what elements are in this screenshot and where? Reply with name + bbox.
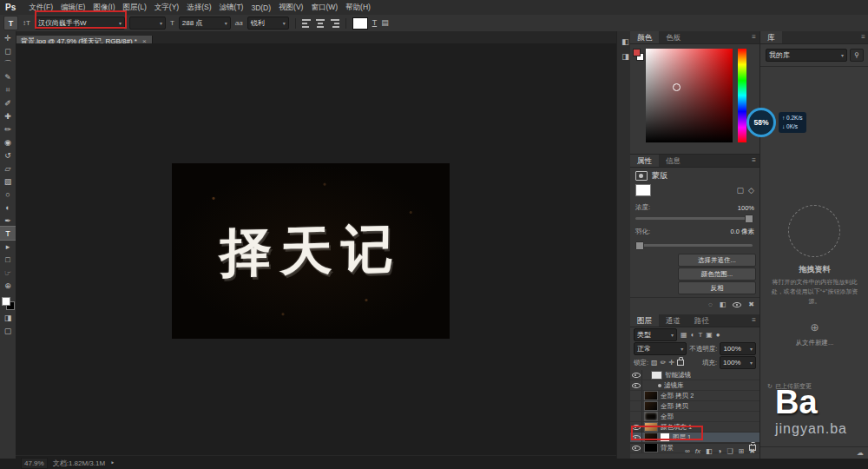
type-tool-preset-icon[interactable]: T [3,16,18,30]
layer-visibility-toggle[interactable] [630,391,642,400]
tab-libraries[interactable]: 库 [760,31,782,43]
invert-button[interactable]: 反相 [678,281,756,294]
filter-adjustment-layers-icon[interactable]: ◐ [691,332,695,339]
text-color-swatch[interactable] [352,17,368,30]
opacity-select[interactable]: 100% ▾ [720,342,756,355]
density-slider-knob[interactable] [745,215,753,223]
density-slider[interactable] [635,217,753,220]
layer-row-filter-gallery[interactable]: 滤镜库 [630,380,760,391]
filter-pixel-layers-icon[interactable]: ▦ [681,332,687,339]
layer-thumbnail[interactable] [644,433,658,442]
color-picker-marker[interactable] [673,83,681,91]
mask-thumbnail[interactable] [635,184,651,196]
layer-effects-icon[interactable]: fx [695,448,700,455]
quick-mask-tool[interactable]: ◨ [0,311,16,324]
panel-menu-icon[interactable]: ≡ [748,31,760,43]
tab-layers[interactable]: 图层 [630,314,659,327]
new-from-file-link[interactable]: 从文件新建... [760,339,868,347]
layer-mask-thumbnail[interactable] [660,433,670,442]
shape-tool[interactable]: □ [0,253,16,266]
zoom-level-field[interactable]: 47.9% [21,458,48,469]
mask-visibility-icon[interactable] [733,301,741,308]
layer-row-copy2[interactable]: 全部 拷贝 2 [630,391,760,401]
select-and-mask-button[interactable]: 选择并遮住... [678,254,756,267]
menu-file[interactable]: 文件(F) [25,3,56,13]
layer-row-smart-filters[interactable]: 智能滤镜 [630,370,760,380]
color-swatches[interactable] [0,295,16,311]
clone-stamp-tool[interactable]: ◉ [0,135,16,149]
load-selection-icon[interactable]: ◌ [708,301,713,308]
align-left-icon[interactable] [302,19,312,28]
library-dropzone-circle[interactable] [788,205,840,257]
tab-properties[interactable]: 属性 [630,155,659,167]
lock-position-icon[interactable]: ✛ [668,360,674,367]
panel-menu-icon[interactable]: ≡ [858,31,868,43]
add-layer-mask-icon[interactable]: ◧ [706,448,713,455]
cloud-sync-icon[interactable]: ☁ [857,449,864,457]
menu-edit[interactable]: 编辑(E) [57,3,89,13]
feather-value[interactable]: 0.0 像素 [730,228,754,236]
menu-type[interactable]: 文字(Y) [151,3,182,13]
anti-alias-select[interactable]: 锐利 ▾ [247,17,289,30]
layer-visibility-toggle[interactable] [630,370,642,380]
lock-all-icon[interactable] [677,360,684,366]
density-value[interactable]: 100% [738,204,754,212]
lock-transparency-icon[interactable]: ▨ [651,360,658,367]
delete-layer-icon[interactable]: ✖ [749,448,755,455]
feather-slider[interactable] [635,244,753,247]
color-picker-field[interactable] [646,49,733,142]
layer-thumbnail[interactable] [644,422,658,432]
layer-row-copy[interactable]: 全部 拷贝 [630,401,760,412]
adjustment-layer-icon[interactable]: ◑ [718,448,722,455]
color-range-button[interactable]: 颜色范围... [678,268,756,281]
eraser-tool[interactable]: ▱ [0,162,16,175]
layer-visibility-toggle[interactable] [630,401,642,411]
align-center-icon[interactable] [316,19,326,28]
menu-window[interactable]: 窗口(W) [307,3,341,13]
move-tool[interactable]: ✛ [0,31,16,44]
lock-pixels-icon[interactable]: ✏ [661,360,667,367]
pen-tool[interactable]: ✒ [0,214,16,227]
layer-filter-select[interactable]: 类型 ▾ [634,328,677,341]
layer-thumbnail[interactable] [644,401,658,411]
marquee-tool[interactable]: ◻ [0,44,16,57]
link-layers-icon[interactable]: ∞ [685,448,690,455]
add-vector-mask-button[interactable]: ◇ [748,187,754,195]
text-orientation-icon[interactable]: ↕T [23,20,30,27]
library-search-button[interactable]: ⚲ [850,49,864,62]
filter-type-layers-icon[interactable]: T [698,332,702,339]
tab-swatches[interactable]: 色板 [659,31,687,43]
new-layer-icon[interactable]: ⊞ [739,448,745,455]
add-asset-icon[interactable]: ⊕ [760,321,868,334]
font-size-select[interactable]: 288 点 ▾ [179,17,231,30]
gradient-tool[interactable]: ▧ [0,175,16,188]
canvas-area[interactable]: 择天记 [16,43,616,455]
blend-mode-select[interactable]: 正常 ▾ [634,342,687,355]
menu-help[interactable]: 帮助(H) [342,3,374,13]
status-arrow-icon[interactable]: ‣ [110,459,115,467]
layer-row-selected[interactable]: 图层 1 [630,433,760,443]
delete-mask-icon[interactable]: ✖ [748,301,754,308]
blur-tool[interactable]: ○ [0,188,16,201]
history-brush-tool[interactable]: ↺ [0,149,16,162]
library-select[interactable]: 我的库 ▾ [766,49,847,62]
menu-filter[interactable]: 滤镜(T) [216,3,247,13]
healing-brush-tool[interactable]: ✚ [0,109,16,122]
tab-paths[interactable]: 路径 [687,314,716,327]
layer-visibility-toggle[interactable] [630,412,642,421]
layer-row-all[interactable]: 全部 [630,412,760,422]
panel-menu-icon[interactable]: ≡ [748,314,760,327]
lasso-tool[interactable]: ⌒ [0,57,16,70]
tab-channels[interactable]: 通道 [659,314,687,327]
eyedropper-tool[interactable]: ✐ [0,96,16,109]
hand-tool[interactable]: ☞ [0,266,16,279]
menu-view[interactable]: 视图(V) [275,3,306,13]
layer-visibility-toggle[interactable] [630,422,642,432]
layer-group-icon[interactable]: ❑ [727,448,733,455]
zoom-tool[interactable]: ⊕ [0,279,16,292]
tab-color[interactable]: 颜色 [630,31,659,43]
menu-3d[interactable]: 3D(D) [247,3,274,12]
foreground-color-swatch[interactable] [2,297,10,306]
screen-mode-tool[interactable]: ▢ [0,324,16,337]
type-tool[interactable]: T [0,227,16,240]
